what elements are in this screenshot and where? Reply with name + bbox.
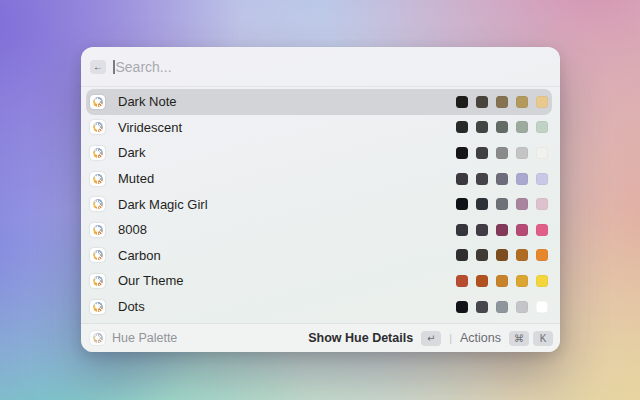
color-swatch bbox=[516, 96, 528, 108]
theme-name-label: Muted bbox=[118, 171, 154, 186]
list-item[interactable]: Our Theme bbox=[86, 268, 552, 294]
color-swatch bbox=[516, 301, 528, 313]
color-swatch bbox=[476, 224, 488, 236]
color-swatch bbox=[516, 224, 528, 236]
theme-list: Dark NoteViridescentDarkMutedDark Magic … bbox=[81, 87, 560, 323]
palette-icon bbox=[90, 223, 105, 237]
theme-color-swatches bbox=[456, 249, 548, 261]
palette-icon bbox=[90, 120, 105, 134]
theme-color-swatches bbox=[456, 275, 548, 287]
color-swatch bbox=[456, 224, 468, 236]
list-item[interactable]: Dark Note bbox=[86, 89, 552, 115]
theme-name-label: Dots bbox=[118, 299, 145, 314]
theme-name-label: Dark Magic Girl bbox=[118, 197, 208, 212]
color-swatch bbox=[496, 301, 508, 313]
enter-key-badge[interactable]: ↵ bbox=[421, 331, 441, 346]
theme-color-swatches bbox=[456, 96, 548, 108]
palette-icon bbox=[90, 274, 105, 288]
hue-ring-icon bbox=[93, 250, 103, 260]
color-swatch bbox=[536, 301, 548, 313]
hue-ring-icon bbox=[93, 225, 103, 235]
color-swatch bbox=[536, 249, 548, 261]
arrow-left-icon: ← bbox=[93, 62, 103, 72]
color-swatch bbox=[536, 224, 548, 236]
list-item[interactable]: Dark Magic Girl bbox=[86, 191, 552, 217]
color-swatch bbox=[536, 198, 548, 210]
palette-icon bbox=[90, 197, 105, 211]
command-palette-window: ← Dark NoteViridescentDarkMutedDark Magi… bbox=[81, 47, 560, 352]
theme-color-swatches bbox=[456, 198, 548, 210]
color-swatch bbox=[516, 249, 528, 261]
list-item[interactable]: Carbon bbox=[86, 243, 552, 269]
hue-ring-icon bbox=[93, 302, 103, 312]
hue-ring-icon bbox=[93, 276, 103, 286]
color-swatch bbox=[456, 275, 468, 287]
color-swatch bbox=[516, 275, 528, 287]
color-swatch bbox=[456, 249, 468, 261]
color-swatch bbox=[516, 121, 528, 133]
color-swatch bbox=[496, 173, 508, 185]
color-swatch bbox=[476, 198, 488, 210]
theme-name-label: 8008 bbox=[118, 222, 147, 237]
footer-actions: Show Hue Details ↵ | Actions ⌘K bbox=[308, 331, 553, 346]
color-swatch bbox=[476, 301, 488, 313]
theme-color-swatches bbox=[456, 173, 548, 185]
color-swatch bbox=[476, 96, 488, 108]
color-swatch bbox=[456, 147, 468, 159]
list-item[interactable]: Viridescent bbox=[86, 115, 552, 141]
list-item[interactable]: Dark bbox=[86, 140, 552, 166]
color-swatch bbox=[476, 147, 488, 159]
text-caret bbox=[113, 60, 115, 74]
color-swatch bbox=[536, 147, 548, 159]
color-swatch bbox=[476, 173, 488, 185]
list-item[interactable]: Dots bbox=[86, 294, 552, 320]
color-swatch bbox=[476, 275, 488, 287]
list-item[interactable]: 8008 bbox=[86, 217, 552, 243]
color-swatch bbox=[536, 275, 548, 287]
search-input[interactable] bbox=[116, 59, 549, 75]
color-swatch bbox=[456, 96, 468, 108]
color-swatch bbox=[456, 173, 468, 185]
hue-ring-icon bbox=[93, 97, 103, 107]
hue-ring-icon bbox=[93, 199, 103, 209]
theme-name-label: Viridescent bbox=[118, 120, 182, 135]
shortcut-keys: ⌘K bbox=[501, 331, 553, 346]
color-swatch bbox=[496, 147, 508, 159]
color-swatch bbox=[496, 224, 508, 236]
color-swatch bbox=[476, 249, 488, 261]
color-swatch bbox=[536, 96, 548, 108]
actions-button[interactable]: Actions bbox=[460, 331, 501, 345]
theme-name-label: Dark Note bbox=[118, 94, 177, 109]
footer-separator: | bbox=[449, 332, 452, 344]
app-name-label: Hue Palette bbox=[112, 331, 177, 345]
color-swatch bbox=[516, 173, 528, 185]
palette-icon bbox=[90, 146, 105, 160]
palette-icon bbox=[90, 300, 105, 314]
search-bar: ← bbox=[81, 47, 560, 87]
back-button[interactable]: ← bbox=[90, 60, 106, 74]
theme-color-swatches bbox=[456, 121, 548, 133]
theme-name-label: Carbon bbox=[118, 248, 161, 263]
theme-name-label: Dark bbox=[118, 145, 145, 160]
color-swatch bbox=[536, 121, 548, 133]
color-swatch bbox=[456, 198, 468, 210]
color-swatch bbox=[456, 301, 468, 313]
show-hue-details-button[interactable]: Show Hue Details bbox=[308, 331, 413, 345]
palette-icon bbox=[90, 95, 105, 109]
footer-bar: Hue Palette Show Hue Details ↵ | Actions… bbox=[81, 323, 560, 352]
key-badge[interactable]: K bbox=[533, 331, 553, 346]
theme-color-swatches bbox=[456, 301, 548, 313]
hue-ring-icon bbox=[93, 333, 103, 343]
color-swatch bbox=[516, 147, 528, 159]
color-swatch bbox=[496, 249, 508, 261]
hue-ring-icon bbox=[93, 148, 103, 158]
key-badge[interactable]: ⌘ bbox=[509, 331, 529, 346]
palette-icon bbox=[90, 172, 105, 186]
color-swatch bbox=[456, 121, 468, 133]
theme-color-swatches bbox=[456, 147, 548, 159]
color-swatch bbox=[476, 121, 488, 133]
list-item[interactable]: Muted bbox=[86, 166, 552, 192]
palette-icon bbox=[90, 248, 105, 262]
theme-color-swatches bbox=[456, 224, 548, 236]
color-swatch bbox=[496, 275, 508, 287]
